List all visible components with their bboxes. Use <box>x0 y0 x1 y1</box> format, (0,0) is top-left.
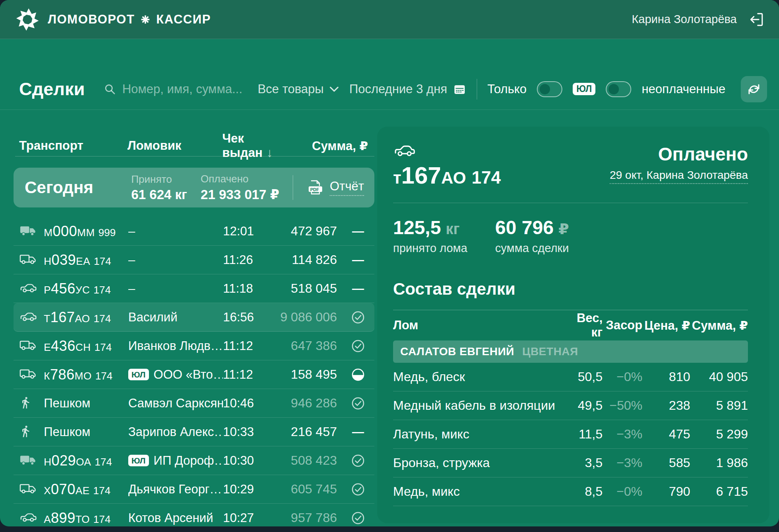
payment-status: Оплачено <box>658 143 748 165</box>
vehicle-plate: Т167АО174 <box>44 309 128 326</box>
item-debris: −0% <box>603 370 642 384</box>
truck-icon <box>19 339 44 353</box>
receipt-time: 11:26 <box>223 253 274 267</box>
goods-filter-dropdown[interactable]: Все товары <box>258 82 339 96</box>
col-weight: Вес, кг <box>563 311 603 340</box>
status-paid-icon <box>346 511 370 525</box>
supplier-name: САЛАТОВ ЕВГЕНИЙ <box>400 345 514 358</box>
search-icon <box>104 83 116 95</box>
unpaid-toggle[interactable] <box>606 81 631 97</box>
accepted-weight-stat: 125,5 кг принято лома <box>393 217 467 255</box>
deal-row[interactable]: К786МО174 ЮЛООО «Вто… 11:12 158 495 <box>14 360 374 389</box>
col-transport: Транспорт <box>19 139 127 153</box>
status-paid-icon <box>346 396 370 411</box>
deal-amount: 114 826 <box>274 252 346 267</box>
col-debris: Засор <box>603 318 642 332</box>
status-partial-icon <box>346 368 370 382</box>
divider <box>15 156 374 156</box>
col-price: Цена, ₽ <box>642 318 690 333</box>
col-amount: Сумма, ₽ <box>282 139 369 153</box>
agent-name: Иванков Людв… <box>128 339 223 353</box>
truck-filled-icon <box>19 225 44 238</box>
receipt-time: 10:30 <box>223 454 274 468</box>
item-weight: 3,5 <box>563 456 603 470</box>
agent-name: ЮЛООО «Вто… <box>128 368 223 382</box>
scrap-category: ЦВЕТНАЯ <box>522 345 578 358</box>
item-price: 585 <box>642 456 690 470</box>
item-weight: 11,5 <box>563 427 603 442</box>
deal-amount: 216 457 <box>274 424 346 439</box>
legal-entity-toggle[interactable] <box>537 81 562 97</box>
agent-name: Котов Арсений <box>128 511 223 525</box>
status-paid-icon <box>346 454 370 468</box>
item-total: 5 891 <box>690 398 748 413</box>
chevron-down-icon <box>329 86 339 92</box>
agent-name: – <box>128 282 223 296</box>
divider <box>477 79 477 100</box>
brand-name: ЛОМОВОРОТ <box>48 12 135 27</box>
search-input[interactable] <box>122 82 242 96</box>
agent-name: Зарипов Алекс… <box>128 425 223 439</box>
unpaid-toggle-label: неоплаченные <box>642 82 725 96</box>
vehicle-plate: А899ТО174 <box>44 510 128 526</box>
calendar-icon <box>453 82 466 96</box>
status-paid-icon <box>346 339 370 353</box>
receipt-time: 12:01 <box>223 224 274 239</box>
desktop-background: ЛОМОВОРОТ КАССИР Карина Золотарёва <box>0 0 779 532</box>
paid-label: Оплачено <box>201 173 279 185</box>
search-control[interactable] <box>104 82 247 96</box>
item-name: Медь, микс <box>393 484 563 499</box>
only-label: Только <box>487 82 527 96</box>
paid-value: 21 933 017 ₽ <box>201 187 279 202</box>
deal-amount: 647 386 <box>274 338 346 353</box>
status-unpaid-icon: — <box>346 225 370 238</box>
divider <box>293 175 293 200</box>
item-price: 790 <box>642 484 690 499</box>
deal-row[interactable]: Н039ЕА174 – 11:26 114 826 — <box>14 246 374 274</box>
logout-button[interactable] <box>748 11 765 28</box>
report-button[interactable]: PDF Отчёт <box>307 179 364 196</box>
status-paid-icon <box>346 482 370 497</box>
deal-row[interactable]: Пешком Зарипов Алекс… 10:33 216 457 — <box>14 418 374 446</box>
pedestrian-icon <box>19 396 44 411</box>
item-name: Медный кабель в изоляции <box>393 398 563 413</box>
scrap-item-row: Медь, блеск 50,5 −0% 810 40 905 <box>393 363 748 391</box>
sum-label: сумма сделки <box>495 242 569 255</box>
payment-date-link[interactable]: 29 окт, Карина Золотарёва <box>610 169 748 184</box>
deal-row[interactable]: А899ТО174 Котов Арсений 10:27 957 786 <box>14 504 374 526</box>
goods-filter-value: Все товары <box>258 82 324 96</box>
star-separator-icon <box>141 15 150 24</box>
deal-row[interactable]: Х070АЕ174 Дьячков Георг… 10:29 605 745 <box>14 475 374 504</box>
status-paid-icon <box>346 310 370 325</box>
item-total: 40 905 <box>690 370 748 384</box>
brand: ЛОМОВОРОТ КАССИР <box>15 7 211 32</box>
accepted-label: Принято <box>131 173 187 186</box>
supplier-group-row: САЛАТОВ ЕВГЕНИЙ ЦВЕТНАЯ <box>393 340 748 363</box>
pedestrian-icon <box>19 425 44 439</box>
col-receipt-sort[interactable]: Чек выдан↓ <box>222 131 282 160</box>
truck-filled-icon <box>19 454 44 467</box>
deal-row[interactable]: Пешком Самвэл Сарксян 10:46 946 286 <box>14 389 374 418</box>
deal-amount: 518 045 <box>274 281 346 296</box>
agent-name: Самвэл Сарксян <box>128 396 223 411</box>
vehicle-plate: Р456УС174 <box>44 280 128 297</box>
deal-row[interactable]: Р456УС174 – 11:18 518 045 — <box>14 274 374 303</box>
legal-entity-badge: ЮЛ <box>128 455 149 466</box>
scrap-item-row: Медь, микс 8,5 −0% 790 6 715 <box>393 477 748 506</box>
deal-row-selected[interactable]: Т167АО174 Василий 16:56 9 086 006 <box>14 303 374 332</box>
summary-title: Сегодня <box>25 178 93 197</box>
deal-row[interactable]: Е436СН174 Иванков Людв… 11:12 647 386 <box>14 332 374 360</box>
item-name: Латунь, микс <box>393 427 563 442</box>
deal-amount: 158 495 <box>274 367 346 382</box>
deal-row[interactable]: М000ММ999 – 12:01 472 967 — <box>14 217 374 246</box>
deal-amount: 508 423 <box>274 453 346 468</box>
composition-section-title: Состав сделки <box>393 280 748 299</box>
period-filter-dropdown[interactable]: Последние 3 дня <box>349 82 466 96</box>
agent-name: Василий <box>128 310 223 325</box>
refresh-button[interactable] <box>741 76 767 102</box>
page-title: Сделки <box>19 79 85 100</box>
sort-down-arrow-icon: ↓ <box>266 146 273 160</box>
item-weight: 50,5 <box>563 370 603 384</box>
receipt-time: 16:56 <box>223 310 274 325</box>
deal-row[interactable]: Н029ОА174 ЮЛИП Дороф… 10:30 508 423 <box>14 446 374 475</box>
